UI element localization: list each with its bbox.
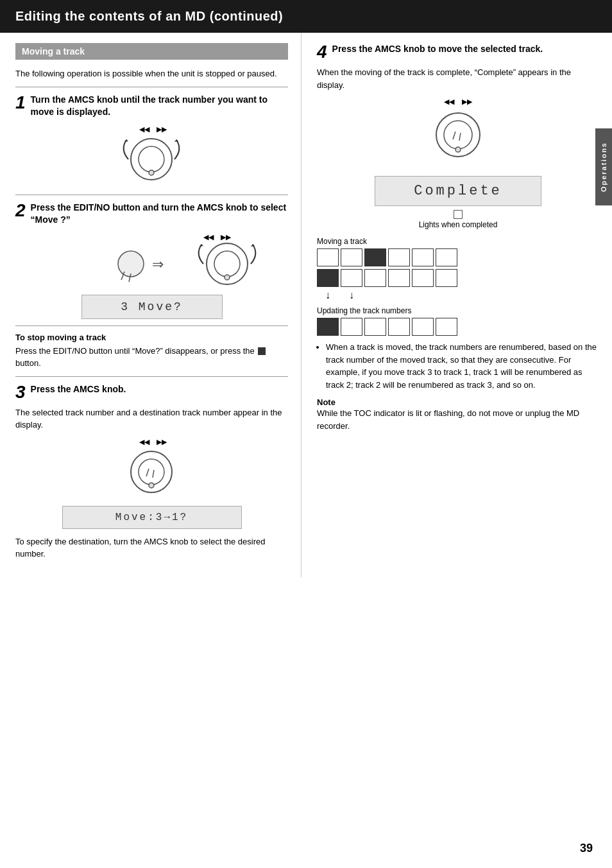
step1-heading: 1 Turn the AMCS knob until the track num… [15, 94, 288, 119]
step3-number: 3 [15, 383, 26, 401]
svg-text:◀◀: ◀◀ [139, 125, 150, 133]
note-text: While the TOC indicator is lit or flashi… [317, 407, 599, 432]
svg-point-20 [149, 483, 154, 488]
divider-2 [15, 195, 288, 195]
step4-number: 4 [317, 43, 327, 61]
update-cell-2 [341, 318, 362, 336]
divider-1 [15, 87, 288, 87]
divider-4 [15, 376, 288, 377]
track-cell-r2-1 [317, 269, 339, 287]
step3-text: Press the AMCS knob. [31, 383, 126, 396]
track-cell-5 [412, 248, 434, 266]
svg-text:◀◀: ◀◀ [203, 233, 214, 241]
divider-3 [15, 326, 288, 326]
toc-indicator-icon [454, 210, 463, 219]
svg-text:▶▶: ▶▶ [462, 98, 473, 105]
svg-point-17 [139, 459, 164, 485]
step2-svg: ◀◀ ▶▶ ⇒ [108, 232, 288, 290]
svg-point-12 [214, 251, 240, 277]
svg-point-4 [149, 170, 154, 175]
moving-track-diagram: Moving a track ↓ ↓ [317, 237, 599, 301]
svg-line-26 [459, 133, 461, 141]
step2-heading: 2 Press the EDIT/NO button and turn the … [15, 202, 288, 227]
step1-number: 1 [15, 94, 26, 112]
track-cell-r2-2 [341, 269, 362, 287]
svg-text:▶▶: ▶▶ [221, 233, 232, 241]
step3-footer: To specify the destination, turn the AMC… [15, 535, 288, 560]
update-cell-4 [388, 318, 410, 336]
arrow-down-2: ↓ [341, 290, 362, 301]
svg-line-18 [146, 469, 149, 476]
track-row-1 [317, 248, 599, 266]
svg-line-19 [153, 470, 154, 478]
step3-knob-svg: ◀◀ ▶▶ [110, 437, 194, 501]
svg-point-24 [444, 121, 472, 149]
step2-number: 2 [15, 202, 26, 220]
complete-lcd: Complete [375, 176, 541, 206]
operations-sidebar: Operations [595, 128, 612, 205]
step1-diagram: ◀◀ ▶▶ [15, 124, 288, 188]
svg-text:⇒: ⇒ [152, 256, 164, 272]
update-cell-5 [412, 318, 434, 336]
step3-body: The selected track number and a destinat… [15, 406, 288, 431]
track-cell-r2-4 [388, 269, 410, 287]
step4-heading: 4 Press the AMCS knob to move the select… [317, 43, 599, 61]
step2-lcd: 3 Move? [81, 295, 223, 319]
track-cell-4 [388, 248, 410, 266]
right-column: 4 Press the AMCS knob to move the select… [302, 33, 612, 577]
step3-diagram: ◀◀ ▶▶ [15, 437, 288, 501]
update-cell-6 [436, 318, 457, 336]
bullet-item-1: When a track is moved, the track numbers… [326, 341, 599, 391]
section-title-box: Moving a track [15, 43, 288, 60]
bullet-list: When a track is moved, the track numbers… [326, 341, 599, 391]
step1-text: Turn the AMCS knob until the track numbe… [31, 94, 288, 119]
step4-diagram: ◀◀ ▶▶ [317, 96, 599, 167]
svg-point-13 [225, 275, 230, 280]
stop-text: Press the EDIT/NO button until “Move?” d… [15, 345, 288, 370]
arrows-row: ↓ ↓ [317, 290, 599, 301]
step2-diagram: ◀◀ ▶▶ ⇒ [15, 232, 288, 290]
step3-lcd: Move:3→1? [62, 506, 242, 529]
complete-area: Complete Lights when completed [317, 172, 599, 237]
svg-text:◀◀: ◀◀ [139, 438, 150, 446]
step4-knob-svg: ◀◀ ▶▶ [413, 96, 503, 167]
track-cell-2 [341, 248, 362, 266]
step3-heading: 3 Press the AMCS knob. [15, 383, 288, 401]
step4-text: Press the AMCS knob to move the selected… [332, 43, 543, 56]
track-cell-1 [317, 248, 339, 266]
lights-label: Lights when completed [419, 220, 498, 229]
step2-text: Press the EDIT/NO button and turn the AM… [31, 202, 288, 227]
svg-text:◀◀: ◀◀ [444, 98, 455, 105]
arrow-down-1: ↓ [317, 290, 339, 301]
note-label: Note [317, 397, 599, 407]
track-cell-r2-6 [436, 269, 457, 287]
section-title: Moving a track [22, 46, 85, 56]
svg-point-7 [118, 251, 144, 277]
page-header: Editing the contents of an MD (continued… [0, 0, 612, 33]
updating-diagram: Updating the track numbers [317, 306, 599, 336]
updating-label: Updating the track numbers [317, 306, 599, 315]
operations-label: Operations [600, 142, 608, 192]
svg-point-27 [455, 147, 461, 152]
update-cell-3 [364, 318, 386, 336]
header-title: Editing the contents of an MD (continued… [15, 9, 283, 23]
svg-text:▶▶: ▶▶ [157, 438, 167, 446]
svg-line-25 [453, 132, 455, 139]
page-number: 39 [580, 842, 593, 855]
step1-knob-svg: ◀◀ ▶▶ [110, 124, 194, 188]
svg-point-3 [139, 146, 164, 172]
track-cell-r2-5 [412, 269, 434, 287]
updating-row [317, 318, 599, 336]
svg-text:▶▶: ▶▶ [157, 125, 167, 133]
track-cell-6 [436, 248, 457, 266]
moving-track-label: Moving a track [317, 237, 599, 246]
track-cell-3 [364, 248, 386, 266]
track-cell-r2-3 [364, 269, 386, 287]
track-row-2 [317, 269, 599, 287]
intro-text: The following operation is possible when… [15, 67, 288, 80]
stop-button-icon [258, 347, 266, 355]
step4-body: When the moving of the track is complete… [317, 66, 599, 91]
update-cell-1 [317, 318, 339, 336]
left-column: Moving a track The following operation i… [0, 33, 302, 577]
stop-heading: To stop moving a track [15, 333, 288, 342]
